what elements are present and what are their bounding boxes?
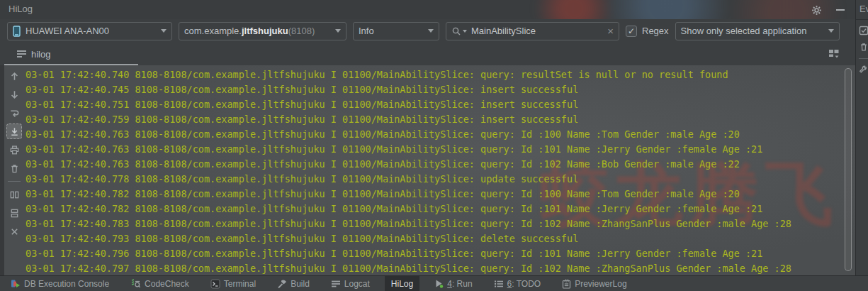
toolbar-item-terminal[interactable]: Terminal	[204, 276, 262, 291]
toolbar-item-todo[interactable]: 6: TODO	[487, 276, 548, 291]
chevron-down-icon	[161, 29, 167, 33]
vertical-scrollbar[interactable]	[845, 68, 852, 271]
terminal-icon	[210, 279, 220, 289]
toolbar-item-run[interactable]: 4: Run	[428, 276, 478, 291]
settings-gear-icon[interactable]	[810, 4, 823, 16]
process-prefix: com.example.	[184, 26, 242, 36]
toolbar-item-previewerlog[interactable]: PreviewerLog	[556, 276, 633, 291]
console-tab-bar: hilog	[0, 43, 855, 65]
hilog-tab-icon	[17, 50, 26, 57]
phone-icon	[13, 26, 21, 37]
clear-all-icon[interactable]	[6, 160, 22, 176]
regex-option: ✓ Regex	[626, 26, 669, 37]
close-icon[interactable]	[6, 224, 22, 239]
search-icon	[451, 26, 461, 36]
log-line: 03-01 17:42:40.740 8108-8108/com.example…	[26, 67, 834, 82]
hilog-tool-window: HiLog HUAWEI	[0, 0, 868, 291]
log-line: 03-01 17:42:40.751 8108-8108/com.example…	[26, 97, 834, 112]
log-line: 03-01 17:42:40.763 8108-8108/com.example…	[26, 157, 834, 172]
log-console[interactable]: 蛟龙腾飞 03-01 17:42:40.740 8108-8108/com.ex…	[0, 65, 855, 275]
log-line: 03-01 17:42:40.796 8108-8108/com.example…	[26, 246, 834, 261]
toolbar-item-build[interactable]: Build	[271, 276, 316, 291]
build-hammer-icon	[277, 279, 287, 289]
tab-hilog-label: hilog	[31, 49, 50, 60]
split-vertically-icon[interactable]	[6, 187, 22, 202]
run-icon	[434, 279, 444, 288]
process-name: jltfshujuku	[242, 26, 288, 36]
event-log-panel-edge: Ev	[855, 0, 868, 275]
process-pid: (8108)	[288, 26, 315, 36]
log-line: 03-01 17:42:40.793 8108-8108/com.example…	[26, 231, 834, 246]
console-layout-settings-icon[interactable]	[828, 48, 840, 58]
logcat-icon	[331, 280, 341, 288]
panel-separator	[856, 19, 868, 20]
regex-checkbox[interactable]: ✓	[626, 26, 637, 37]
log-line: 03-01 17:42:40.759 8108-8108/com.example…	[26, 112, 834, 127]
device-name: HUAWEI ANA-AN00	[26, 26, 109, 36]
log-line: 03-01 17:42:40.763 8108-8108/com.example…	[26, 127, 834, 142]
console-side-toolbar	[4, 68, 24, 242]
event-log-title: Ev	[859, 4, 868, 14]
log-line: 03-01 17:42:40.782 8108-8108/com.example…	[26, 187, 834, 202]
wrench-icon[interactable]	[859, 65, 868, 75]
toolbar-item-logcat[interactable]: Logcat	[325, 276, 376, 291]
scope-selector[interactable]: Show only selected application	[675, 22, 840, 40]
trash-icon[interactable]	[859, 42, 868, 52]
tab-hilog[interactable]: hilog	[4, 43, 138, 65]
regex-label[interactable]: Regex	[642, 26, 669, 36]
log-line: 03-01 17:42:40.763 8108-8108/com.example…	[26, 142, 834, 157]
todo-list-icon	[494, 280, 504, 288]
log-level-value: Info	[359, 26, 374, 36]
log-line: 03-01 17:42:40.797 8108-8108/com.example…	[26, 261, 834, 275]
chevron-down-icon	[828, 29, 834, 33]
search-input[interactable]: MainAbilitySlice ×	[446, 22, 619, 40]
clear-search-icon[interactable]: ×	[607, 26, 614, 36]
scroll-to-end-icon[interactable]	[6, 123, 22, 139]
codecheck-icon	[130, 279, 141, 289]
background-image-decoration	[489, 0, 855, 19]
toolbar-item-db-execution-console[interactable]: DB Execution Console	[4, 276, 115, 291]
log-line: 03-01 17:42:40.745 8108-8108/com.example…	[26, 82, 834, 97]
scope-value: Show only selected application	[681, 26, 807, 36]
titlebar: HiLog	[0, 0, 855, 19]
toolbar-item-hilog[interactable]: HiLog	[385, 276, 419, 291]
soft-wrap-icon[interactable]	[6, 105, 22, 121]
chevron-down-icon	[335, 29, 341, 33]
search-value: MainAbilitySlice	[471, 26, 536, 36]
device-selector[interactable]: HUAWEI ANA-AN00	[7, 22, 172, 40]
up-the-stack-icon[interactable]	[6, 68, 22, 84]
toolbar-separator	[8, 181, 21, 182]
log-line: 03-01 17:42:40.778 8108-8108/com.example…	[26, 172, 834, 187]
chevron-down-icon	[428, 29, 434, 33]
hilog-toolbar: HUAWEI ANA-AN00 com.example.jltfshujuku …	[0, 19, 855, 43]
hide-panel-icon[interactable]	[834, 4, 847, 16]
log-level-selector[interactable]: Info	[353, 22, 439, 40]
previewer-log-icon	[562, 279, 571, 289]
db-console-icon	[11, 279, 21, 289]
split-horizontally-icon[interactable]	[6, 205, 22, 221]
log-lines: 03-01 17:42:40.740 8108-8108/com.example…	[26, 67, 834, 275]
log-line: 03-01 17:42:40.782 8108-8108/com.example…	[26, 202, 834, 216]
toolbar-item-codecheck[interactable]: CodeCheck	[124, 276, 196, 291]
search-history-chevron-icon[interactable]	[463, 30, 467, 33]
window-title: HiLog	[9, 4, 33, 14]
print-icon[interactable]	[6, 142, 22, 158]
tool-window-bar: DB Execution Console CodeCheck	[0, 275, 868, 291]
panel-toolbar-separator	[859, 58, 868, 59]
down-the-stack-icon[interactable]	[6, 87, 22, 102]
checkbox-filter-icon[interactable]	[859, 26, 868, 35]
log-line: 03-01 17:42:40.783 8108-8108/com.example…	[26, 216, 834, 231]
process-selector[interactable]: com.example.jltfshujuku (8108)	[179, 22, 346, 40]
